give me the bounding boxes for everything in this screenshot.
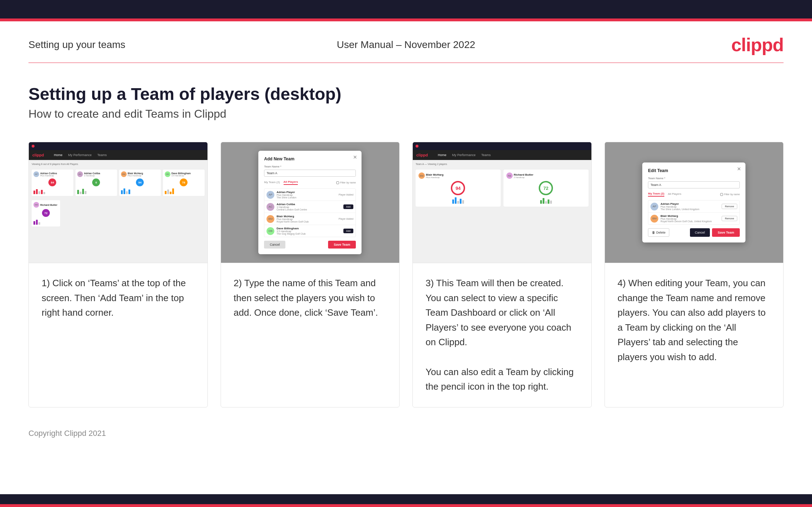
avatar-adrian-coliba: AC <box>267 203 274 211</box>
player-added-badge-3: Player Added <box>339 218 354 220</box>
dialog4-save-button[interactable]: Save Team <box>712 228 740 237</box>
nav-home: Home <box>54 153 62 157</box>
dash-card-blair: BM Blair McHarg Plus Handicap 94 <box>416 170 501 207</box>
edit-avatar-blair: BM <box>650 215 658 223</box>
dialog4-tab-allplayers[interactable]: All Players <box>668 192 681 196</box>
dialog4-player-row-2: BM Blair McHarg Plus Handicap Royal Nort… <box>648 213 739 224</box>
dialog4-title: Edit Team <box>648 168 740 173</box>
edit-player-info-2: Blair McHarg Plus Handicap Royal North D… <box>660 214 719 223</box>
dialog4-footer: 🗑 Delete Cancel Save Team <box>648 228 740 237</box>
step2-overlay: Add New Team ✕ Team Name * My Team (2) A… <box>221 142 400 263</box>
nav-home3: Home <box>438 153 446 157</box>
dialog2-label: Team Name * <box>264 165 356 168</box>
header: Setting up your teams User Manual – Nove… <box>0 21 812 63</box>
step-2-screenshot: Add New Team ✕ Team Name * My Team (2) A… <box>221 142 400 263</box>
dialog2-title: Add New Team <box>264 156 356 161</box>
remove-player-btn-2[interactable]: Remove <box>722 216 737 221</box>
dialog2-team-name-input[interactable] <box>264 170 356 177</box>
page-footer: Copyright Clippd 2021 <box>0 422 812 445</box>
avatar-blair: BM <box>267 215 274 223</box>
remove-player-btn-1[interactable]: Remove <box>722 204 737 209</box>
score-ring-richard: 72 <box>539 181 553 195</box>
dialog4-close-icon[interactable]: ✕ <box>737 166 741 172</box>
dialog2-player-list: AP Adrian Player Plus Handicap The Shire… <box>264 188 356 237</box>
step-4-card: Edit Team ✕ Team Name * My Team (2) All … <box>605 142 784 407</box>
dialog4-player-list: AP Adrian Player Plus Handicap The Shire… <box>648 200 740 225</box>
mock-player-card-1: AP Adrian Collins Plus Handicap 84 <box>32 170 73 196</box>
dialog4-filter: Filter by name <box>720 193 740 196</box>
mock-avatar-2: AC <box>77 171 83 177</box>
clippd-logo: clippd <box>731 34 784 55</box>
dialog2-player-row-2: AC Adrian Coliba 1 Handicap Central Lond… <box>264 201 355 213</box>
mock-player-card-5: RB Richard Butler 72 <box>32 200 60 226</box>
step-2-text: 2) Type the name of this Team and then s… <box>221 263 400 333</box>
step-1-card: clippd Home My Performance Teams Viewing… <box>28 142 208 407</box>
mock-player-card-3: BM Blair McHarg Plus Handicap 94 <box>119 170 161 196</box>
topbar-dot <box>32 145 35 148</box>
page-title: Setting up a Team of players (desktop) <box>28 84 784 104</box>
add-player-btn-4[interactable]: Add <box>343 229 353 233</box>
header-section-label: Setting up your teams <box>28 39 280 50</box>
score-ring-blair: 94 <box>451 181 465 195</box>
step2-dialog: Add New Team ✕ Team Name * My Team (2) A… <box>258 151 362 254</box>
dialog2-save-button[interactable]: Save Team <box>328 241 356 249</box>
dialog4-cancel-button[interactable]: Cancel <box>690 228 710 237</box>
mock-nav3: clippd Home My Performance Teams <box>413 150 591 160</box>
add-player-btn-2[interactable]: Add <box>343 204 353 209</box>
mock-nav: clippd Home My Performance Teams <box>29 150 207 160</box>
dialog2-tab-myteam[interactable]: My Team (2) <box>264 181 280 185</box>
nav-teams3: My Performance <box>452 153 475 157</box>
filter4-checkbox[interactable] <box>720 193 723 196</box>
dialog2-player-row-3: BM Blair McHarg Plus Handicap Royal Nort… <box>264 213 355 225</box>
step-3-card: clippd Home My Performance Teams Team A … <box>412 142 592 407</box>
step2-bg: Add New Team ✕ Team Name * My Team (2) A… <box>221 142 400 263</box>
delete-icon: 🗑 <box>652 231 655 234</box>
dialog4-delete-button[interactable]: 🗑 Delete <box>648 228 669 237</box>
bottom-dark-band <box>0 494 812 504</box>
mock-players-grid: AP Adrian Collins Plus Handicap 84 <box>29 167 207 199</box>
nav-players: Teams <box>97 153 107 157</box>
mock-breadcrumb: Viewing 8 out of 8 players from All Play… <box>29 160 207 167</box>
dialog2-footer: Cancel Save Team <box>264 241 356 249</box>
step1-mock-screen: clippd Home My Performance Teams Viewing… <box>29 142 207 263</box>
step4-dialog: Edit Team ✕ Team Name * My Team (2) All … <box>642 162 745 242</box>
avatar-dave: DB <box>267 227 274 235</box>
dialog2-tab-allplayers[interactable]: All Players <box>284 180 298 185</box>
step-1-text: 1) Click on ‘Teams’ at the top of the sc… <box>29 263 207 333</box>
bottom-red-band <box>0 504 812 507</box>
steps-grid: clippd Home My Performance Teams Viewing… <box>28 142 784 407</box>
mock-avatar-4: DB <box>165 171 170 177</box>
mock-avatar-5: RB <box>33 202 39 208</box>
nav-logo3: clippd <box>416 153 428 157</box>
dialog2-cancel-button[interactable]: Cancel <box>264 241 285 249</box>
dialog4-team-name-input[interactable] <box>648 181 740 188</box>
filter-checkbox[interactable] <box>336 181 339 184</box>
step-4-screenshot: Edit Team ✕ Team Name * My Team (2) All … <box>605 142 784 263</box>
dialog2-filter: Filter by name <box>336 181 356 184</box>
dialog2-tabs: My Team (2) All Players Filter by name <box>264 180 356 185</box>
dialog4-action-buttons: Cancel Save Team <box>690 228 740 237</box>
bottom-bands <box>0 494 812 507</box>
avatar-adrian-player: AP <box>267 191 274 199</box>
step3-mock-screen: clippd Home My Performance Teams Team A … <box>413 142 591 263</box>
step-1-screenshot: clippd Home My Performance Teams Viewing… <box>29 142 207 263</box>
dialog2-close-icon[interactable]: ✕ <box>353 154 357 160</box>
mock-dashboard: BM Blair McHarg Plus Handicap 94 <box>413 167 591 209</box>
mock-avatar-3: BM <box>121 171 127 177</box>
header-logo: clippd <box>532 34 784 55</box>
mock-breadcrumb3: Team A — Viewing 2 players <box>413 160 591 167</box>
mock-player-card-2: AC Adrian Coliba 1 Handicap 0 <box>75 170 117 196</box>
mock-topbar3 <box>413 142 591 150</box>
dash-avatar-blair: BM <box>418 172 425 179</box>
dialog4-tabs: My Team (2) All Players Filter by name <box>648 192 740 197</box>
nav-teams: My Performance <box>68 153 91 157</box>
player-info-3: Blair McHarg Plus Handicap Royal North D… <box>276 215 336 223</box>
player-added-badge-1: Player Added <box>339 193 354 196</box>
mock-avatar-1: AP <box>33 171 39 177</box>
nav-players3: Teams <box>481 153 491 157</box>
dialog4-tab-myteam[interactable]: My Team (2) <box>648 192 664 197</box>
mock-second-row: RB Richard Butler 72 <box>29 199 207 228</box>
dialog2-player-row-4: DB Dave Billingham 3.5 Handicap The Gog … <box>264 225 355 237</box>
player-info-4: Dave Billingham 3.5 Handicap The Gog Mag… <box>276 227 341 235</box>
dialog2-player-row-1: AP Adrian Player Plus Handicap The Shire… <box>264 189 355 201</box>
